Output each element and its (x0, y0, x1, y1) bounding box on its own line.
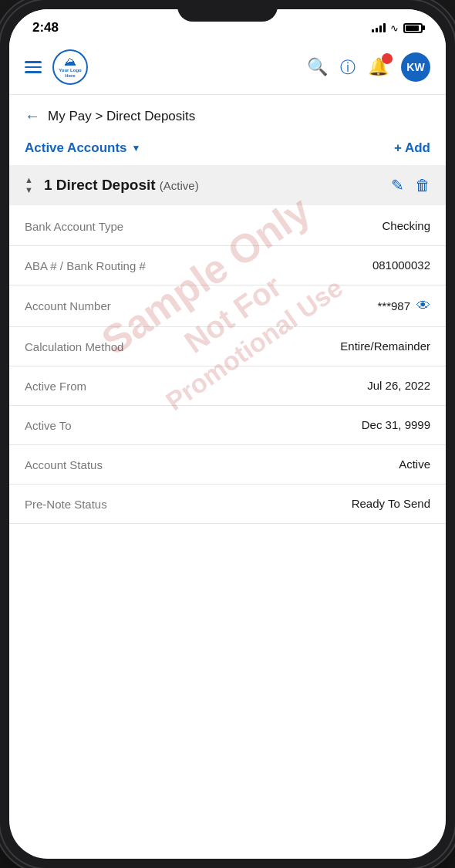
detail-value: 081000032 (372, 258, 430, 272)
detail-value-wrap: ***987👁 (377, 298, 430, 314)
detail-row: Active ToDec 31, 9999 (9, 406, 446, 445)
status-icons: ∿ (372, 22, 423, 34)
detail-value: Checking (382, 219, 430, 232)
delete-icon[interactable]: 🗑 (415, 177, 430, 194)
detail-value: Ready To Send (352, 497, 430, 510)
header-right: 🔍 ⓘ 🔔 KW (307, 52, 430, 82)
notch (177, 0, 278, 22)
detail-label: Active To (25, 419, 72, 432)
active-accounts-filter[interactable]: Active Accounts ▼ (25, 140, 140, 156)
active-accounts-label: Active Accounts (25, 140, 127, 156)
logo-mountain-icon: ⛰ (64, 56, 76, 68)
detail-value-wrap: Dec 31, 9999 (362, 418, 430, 432)
detail-label: Active From (25, 380, 86, 393)
detail-value: Dec 31, 9999 (362, 418, 430, 431)
detail-value-wrap: 081000032 (372, 258, 430, 272)
card-left: ▲ ▼ 1 Direct Deposit (Active) (25, 176, 199, 194)
header-left: ⛰ Your Logo Here (25, 49, 88, 85)
filter-row: Active Accounts ▼ + Add (9, 134, 446, 165)
notification-badge (382, 53, 393, 64)
detail-row: Account Number***987👁 (9, 285, 446, 327)
detail-label: Account Status (25, 458, 103, 471)
battery-icon (403, 23, 423, 33)
sort-arrows-icon[interactable]: ▲ ▼ (25, 176, 33, 194)
search-icon[interactable]: 🔍 (307, 57, 328, 77)
help-icon[interactable]: ⓘ (340, 57, 356, 78)
detail-row: Pre-Note StatusReady To Send (9, 485, 446, 524)
logo[interactable]: ⛰ Your Logo Here (52, 49, 88, 85)
detail-value-wrap: Ready To Send (352, 497, 430, 511)
detail-row: Calculation MethodEntire/Remainder (9, 327, 446, 366)
toggle-visibility-icon[interactable]: 👁 (416, 298, 430, 314)
deposit-title: 1 Direct Deposit (Active) (44, 177, 199, 194)
deposit-number: 1 (44, 177, 52, 193)
detail-section: Bank Account TypeCheckingABA # / Bank Ro… (9, 207, 446, 859)
detail-value-wrap: Checking (382, 219, 430, 233)
back-button[interactable]: ← (25, 107, 40, 125)
breadcrumb: ← My Pay > Direct Deposits (9, 95, 446, 134)
breadcrumb-path: My Pay > Direct Deposits (48, 109, 195, 124)
detail-label: ABA # / Bank Routing # (25, 259, 146, 272)
deposit-card: ▲ ▼ 1 Direct Deposit (Active) ✎ 🗑 (9, 165, 446, 205)
deposit-name: Direct Deposit (56, 177, 156, 193)
edit-icon[interactable]: ✎ (391, 176, 404, 194)
detail-label: Pre-Note Status (25, 498, 107, 511)
phone-frame: 2:48 ∿ (0, 0, 455, 868)
app-header: ⛰ Your Logo Here 🔍 ⓘ 🔔 KW (9, 42, 446, 95)
logo-text: Your Logo Here (54, 68, 86, 79)
detail-value-wrap: Entire/Remainder (340, 339, 430, 353)
detail-value: Jul 26, 2022 (367, 379, 430, 392)
hamburger-icon[interactable] (25, 61, 42, 73)
phone-screen: 2:48 ∿ (9, 9, 446, 859)
status-time: 2:48 (32, 20, 59, 35)
detail-value-wrap: Jul 26, 2022 (367, 379, 430, 393)
notifications-icon[interactable]: 🔔 (368, 57, 389, 77)
deposit-status-badge: (Active) (160, 179, 199, 192)
wifi-icon: ∿ (390, 22, 399, 34)
detail-row: Bank Account TypeChecking (9, 207, 446, 246)
detail-label: Account Number (25, 299, 111, 312)
card-actions: ✎ 🗑 (391, 176, 430, 194)
add-button[interactable]: + Add (394, 140, 430, 156)
detail-label: Calculation Method (25, 340, 123, 353)
detail-row: Account StatusActive (9, 445, 446, 485)
signal-icon (372, 23, 386, 32)
detail-row: ABA # / Bank Routing #081000032 (9, 246, 446, 285)
detail-value-wrap: Active (399, 458, 430, 471)
avatar[interactable]: KW (401, 52, 430, 82)
detail-value: ***987 (377, 299, 410, 312)
detail-value: Entire/Remainder (340, 339, 430, 353)
detail-label: Bank Account Type (25, 220, 123, 233)
dropdown-arrow-icon: ▼ (132, 143, 141, 154)
detail-value: Active (399, 458, 430, 471)
detail-row: Active FromJul 26, 2022 (9, 366, 446, 406)
